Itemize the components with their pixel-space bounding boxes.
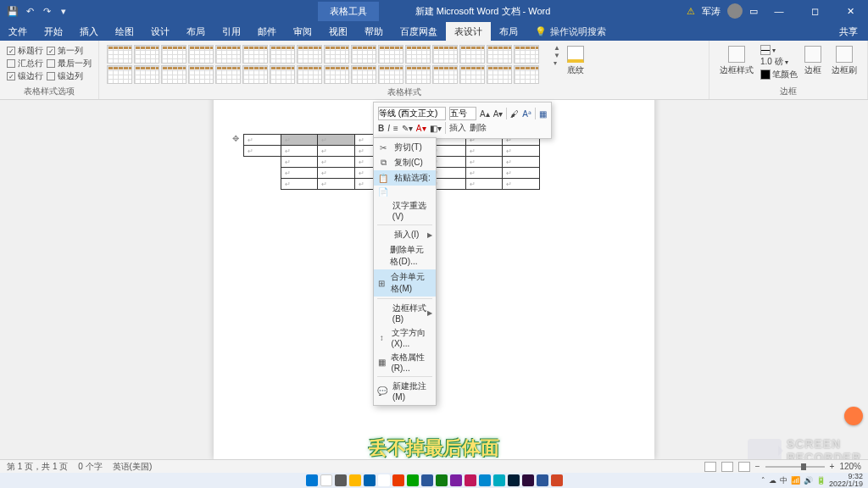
share-button[interactable]: 共享 <box>829 22 868 41</box>
warning-icon[interactable]: ⚠ <box>687 6 695 17</box>
table-style[interactable] <box>405 45 431 64</box>
tray-date[interactable]: 2022/1/19 <box>829 480 863 488</box>
ctx-merge-cells[interactable]: ⊞合并单元格(M) <box>374 269 436 297</box>
ppt-icon[interactable] <box>551 474 563 486</box>
tab-table-design[interactable]: 表设计 <box>446 22 491 41</box>
highlight-icon[interactable]: ✎▾ <box>402 124 413 133</box>
table-style[interactable] <box>134 45 159 64</box>
task-search-icon[interactable] <box>320 474 332 486</box>
table-move-handle-icon[interactable]: ✥ <box>232 134 239 143</box>
user-avatar[interactable] <box>727 3 743 19</box>
qq-icon[interactable] <box>392 474 404 486</box>
shrink-font-icon[interactable]: A▾ <box>493 109 504 119</box>
status-words[interactable]: 0 个字 <box>78 461 102 473</box>
table-style[interactable] <box>161 45 186 64</box>
ps-icon[interactable] <box>508 474 520 486</box>
word-icon[interactable] <box>537 474 548 486</box>
tray-wifi-icon[interactable]: 📶 <box>791 476 800 485</box>
chk-last-col[interactable]: 最后一列 <box>47 58 92 69</box>
tray-onedrive-icon[interactable]: ☁ <box>769 476 776 485</box>
ctx-table-properties[interactable]: ▦表格属性(R)... <box>374 350 436 374</box>
vscode-icon[interactable] <box>479 474 491 486</box>
tab-baidu[interactable]: 百度网盘 <box>392 22 446 41</box>
table-style[interactable] <box>242 45 268 64</box>
tab-review[interactable]: 审阅 <box>285 22 320 41</box>
tab-design[interactable]: 设计 <box>142 22 178 41</box>
table-style[interactable] <box>514 65 539 84</box>
tab-home[interactable]: 开始 <box>36 22 71 41</box>
tab-help[interactable]: 帮助 <box>356 22 392 41</box>
app-icon[interactable] <box>493 474 505 486</box>
table-style[interactable] <box>134 65 159 84</box>
table-style[interactable] <box>459 45 485 64</box>
table-style[interactable] <box>378 65 403 84</box>
table-style[interactable] <box>432 45 458 64</box>
app-icon[interactable] <box>436 474 448 486</box>
table-style[interactable] <box>351 65 376 84</box>
tell-me[interactable]: 💡 操作说明搜索 <box>526 22 615 41</box>
table-style[interactable] <box>351 45 376 64</box>
ctx-paste-options[interactable]: 📋粘贴选项: <box>374 170 436 186</box>
tab-layout[interactable]: 布局 <box>178 22 214 41</box>
table-style[interactable] <box>324 65 349 84</box>
table-style[interactable] <box>297 45 322 64</box>
zoom-out-icon[interactable]: − <box>755 462 760 471</box>
size-select[interactable] <box>449 107 476 120</box>
start-button[interactable] <box>306 474 318 486</box>
close-button[interactable]: ✕ <box>836 0 865 22</box>
grow-font-icon[interactable]: A▴ <box>480 109 490 119</box>
ribbon-display-icon[interactable]: ▭ <box>749 6 758 17</box>
chk-first-col[interactable]: ✓第一列 <box>47 45 92 57</box>
tab-mailings[interactable]: 邮件 <box>249 22 285 41</box>
tray-volume-icon[interactable]: 🔊 <box>804 476 813 485</box>
table-style[interactable] <box>487 65 512 84</box>
ctx-delete-cells[interactable]: 删除单元格(D)... <box>374 242 436 269</box>
view-web-icon[interactable] <box>738 462 750 472</box>
table-style[interactable] <box>242 65 268 84</box>
table-style[interactable] <box>405 65 431 84</box>
ctx-new-comment[interactable]: 💬新建批注(M) <box>374 379 436 403</box>
table-style[interactable] <box>107 45 132 64</box>
redo-icon[interactable]: ↷ <box>41 5 53 17</box>
table-style[interactable] <box>378 45 403 64</box>
delete-label[interactable]: 删除 <box>470 122 487 134</box>
zoom-level[interactable]: 120% <box>839 462 861 471</box>
shading-button[interactable]: 底纹 <box>564 44 587 78</box>
tab-table-layout[interactable]: 布局 <box>491 22 526 41</box>
undo-icon[interactable]: ↶ <box>24 5 36 17</box>
explorer-icon[interactable] <box>349 474 361 486</box>
pen-weight[interactable]: 1.0 磅▾ <box>760 56 798 68</box>
tab-draw[interactable]: 绘图 <box>107 22 142 41</box>
styles-more-icon[interactable]: ▼ <box>554 52 560 59</box>
table-style[interactable] <box>215 45 241 64</box>
tray-up-icon[interactable]: ˄ <box>761 476 765 485</box>
chk-header-row[interactable]: ✓标题行 <box>7 45 43 57</box>
border-painter-button[interactable]: 边框刷 <box>828 44 860 78</box>
tab-insert[interactable]: 插入 <box>71 22 107 41</box>
shading-mini-icon[interactable]: ◧▾ <box>430 124 442 133</box>
borders-button[interactable]: 边框 <box>801 44 825 78</box>
styles-icon[interactable]: Aᵃ <box>522 109 531 119</box>
table-style[interactable] <box>161 65 186 84</box>
table-style[interactable] <box>188 45 214 64</box>
ctx-copy[interactable]: ⧉复制(C) <box>374 155 436 170</box>
minimize-button[interactable]: — <box>765 0 793 22</box>
ctx-paste-keep-source[interactable]: 📄 <box>374 186 436 198</box>
table-style[interactable] <box>514 45 539 64</box>
tab-file[interactable]: 文件 <box>0 22 36 41</box>
table-style[interactable] <box>215 65 241 84</box>
view-read-icon[interactable] <box>704 462 716 472</box>
edge-icon[interactable] <box>364 474 376 486</box>
align-icon[interactable]: ≡ <box>393 124 398 133</box>
ctx-insert[interactable]: 插入(I)▶ <box>374 227 436 242</box>
table-style[interactable] <box>270 65 295 84</box>
ctx-cut[interactable]: ✂剪切(T) <box>374 140 436 155</box>
app-icon[interactable] <box>378 474 390 486</box>
insert-label[interactable]: 插入 <box>449 122 466 134</box>
chk-banded-row[interactable]: ✓镶边行 <box>7 70 43 82</box>
wechat-icon[interactable] <box>407 474 419 486</box>
table-style[interactable] <box>188 65 214 84</box>
view-print-icon[interactable] <box>721 462 733 472</box>
italic-icon[interactable]: I <box>387 124 390 133</box>
table-style[interactable] <box>324 45 349 64</box>
